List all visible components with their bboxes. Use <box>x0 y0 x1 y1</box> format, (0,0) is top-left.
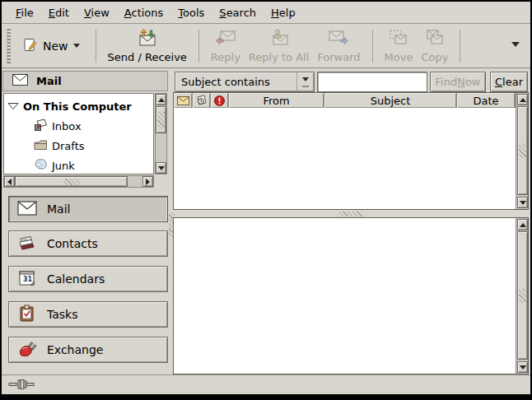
switcher-exchange-button[interactable]: Exchange <box>8 337 168 363</box>
scrollbar-thumb[interactable] <box>156 106 166 133</box>
preview-splitter[interactable] <box>173 210 529 217</box>
menubar: File Edit View Actions Tools Search Help <box>2 2 530 24</box>
clear-button[interactable]: Clear <box>490 72 528 92</box>
search-filter-dropdown[interactable]: Subject contains <box>175 72 315 92</box>
scroll-right-button[interactable] <box>142 176 153 187</box>
toolbar-separator <box>460 30 460 63</box>
message-list-body[interactable] <box>174 108 516 209</box>
column-from[interactable]: From <box>229 93 324 108</box>
importance-icon <box>214 95 225 106</box>
forward-button[interactable]: Forward <box>313 27 364 65</box>
scrollbar-thumb[interactable] <box>517 106 528 195</box>
mail-icon <box>12 73 28 89</box>
switcher-tasks-button[interactable]: Tasks <box>8 301 168 328</box>
toolbar-separator <box>96 30 96 63</box>
scrollbar-thumb[interactable] <box>15 176 128 187</box>
scroll-up-button[interactable] <box>156 94 166 105</box>
scroll-up-button[interactable] <box>517 94 528 105</box>
tree-item-label: Junk <box>52 160 75 172</box>
move-button[interactable]: Move <box>380 27 418 65</box>
column-date[interactable]: Date <box>457 93 516 108</box>
tree-item-label: Inbox <box>52 120 82 133</box>
menu-tools[interactable]: Tools <box>170 3 212 22</box>
scrollbar-thumb[interactable] <box>517 231 528 360</box>
scroll-left-button[interactable] <box>4 176 15 187</box>
reply-to-all-button[interactable]: Reply to All <box>245 27 313 65</box>
menu-help[interactable]: Help <box>264 3 303 22</box>
move-icon <box>388 29 409 49</box>
calendar-icon: 31 <box>17 269 37 290</box>
switcher-mail-button[interactable]: Mail <box>8 196 168 222</box>
menu-edit[interactable]: Edit <box>41 3 77 22</box>
menu-search[interactable]: Search <box>212 3 264 22</box>
toolbar-grip[interactable] <box>7 29 11 63</box>
tree-item-junk[interactable]: Junk <box>4 156 153 174</box>
preview-scrollbar[interactable] <box>516 218 528 374</box>
follow-up-icon <box>195 95 208 106</box>
svg-text:31: 31 <box>23 275 33 282</box>
switcher-label: Contacts <box>47 237 98 250</box>
tree-item-drafts[interactable]: Drafts <box>4 137 153 155</box>
switcher-contacts-button[interactable]: Contacts <box>8 230 168 257</box>
dropdown-arrow-icon <box>296 72 314 91</box>
copy-button[interactable]: Copy <box>417 27 452 65</box>
exchange-icon <box>17 340 37 360</box>
tasks-icon <box>17 305 37 325</box>
new-message-icon <box>23 38 38 55</box>
toolbar-separator <box>198 30 199 63</box>
switcher-label: Tasks <box>47 308 78 321</box>
new-button[interactable]: New <box>15 33 88 60</box>
inbox-icon <box>34 119 48 133</box>
search-input[interactable] <box>317 72 427 92</box>
preview-body <box>174 218 516 374</box>
switcher-label: Mail <box>47 202 70 216</box>
forward-label: Forward <box>317 51 360 63</box>
message-list-header: From Subject Date <box>174 93 516 108</box>
scroll-down-button[interactable] <box>517 361 528 373</box>
message-list-scrollbar[interactable] <box>516 93 528 209</box>
forward-icon <box>328 29 349 49</box>
preview-pane <box>173 217 529 374</box>
send-receive-button[interactable]: Send / Receive <box>104 27 191 65</box>
junk-icon <box>34 158 48 173</box>
scroll-up-button[interactable] <box>517 219 528 230</box>
reply-button[interactable]: Reply <box>207 27 245 65</box>
message-status-icon <box>177 96 189 105</box>
app-frame: File Edit View Actions Tools Search Help… <box>2 2 530 394</box>
new-button-label: New <box>43 40 68 53</box>
column-subject[interactable]: Subject <box>324 93 457 108</box>
column-date-label: Date <box>473 95 498 107</box>
sidebar-header: Mail <box>2 71 168 91</box>
switcher-label: Exchange <box>47 343 103 356</box>
send-receive-label: Send / Receive <box>108 51 187 63</box>
splitter-grip[interactable] <box>339 212 362 216</box>
tree-vertical-scrollbar[interactable] <box>155 93 167 174</box>
status-bar <box>2 374 530 394</box>
switcher-calendars-button[interactable]: 31 Calendars <box>8 266 168 292</box>
scroll-down-button[interactable] <box>156 162 166 174</box>
search-filter-value: Subject contains <box>175 76 296 88</box>
evolution-window: File Edit View Actions Tools Search Help… <box>0 0 532 400</box>
column-importance[interactable] <box>211 93 229 108</box>
find-now-button[interactable]: Find Now <box>430 72 486 92</box>
column-follow-up[interactable] <box>193 93 211 108</box>
reply-to-all-icon <box>268 29 290 49</box>
reply-label: Reply <box>211 51 240 63</box>
expander-icon[interactable] <box>7 100 19 113</box>
switcher-label: Calendars <box>47 272 105 286</box>
tree-horizontal-scrollbar[interactable] <box>3 175 154 188</box>
chevron-down-icon <box>511 42 520 51</box>
scroll-down-button[interactable] <box>517 197 528 208</box>
tree-item-inbox[interactable]: Inbox <box>4 117 153 135</box>
contacts-icon <box>17 234 37 254</box>
online-status-icon[interactable] <box>8 377 35 393</box>
send-receive-icon <box>137 29 158 49</box>
column-message-status[interactable] <box>174 93 193 108</box>
menu-view[interactable]: View <box>77 3 117 22</box>
move-label: Move <box>385 51 413 63</box>
toolbar-overflow-button[interactable] <box>507 40 524 53</box>
menu-file[interactable]: File <box>8 3 41 22</box>
tree-root-label: On This Computer <box>23 100 132 113</box>
menu-actions[interactable]: Actions <box>117 3 171 22</box>
tree-root-on-this-computer[interactable]: On This Computer <box>4 97 153 115</box>
